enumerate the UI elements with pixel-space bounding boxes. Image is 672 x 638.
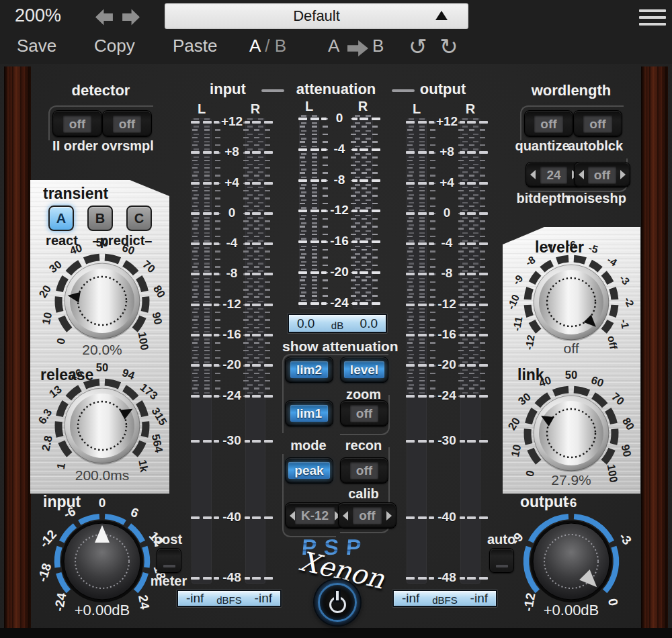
detector-ii-order-switch[interactable]: off [52, 110, 102, 137]
svg-text:10: 10 [40, 311, 54, 326]
undo-icon[interactable]: ↺ [409, 34, 427, 60]
next-preset-arrow-icon[interactable] [122, 8, 140, 26]
level-value: level [344, 361, 384, 378]
svg-text:70: 70 [610, 390, 627, 408]
previous-preset-arrow-icon[interactable] [95, 8, 114, 26]
lim2-button[interactable]: lim2 [285, 357, 333, 383]
svg-text:6.3: 6.3 [36, 406, 54, 426]
attenuation-meter-left-header: L [300, 99, 319, 114]
preset-dropdown-triangle-icon[interactable] [435, 11, 448, 20]
recon-value: off [350, 462, 378, 479]
svg-text:30: 30 [515, 390, 533, 408]
svg-text:-3: -3 [616, 530, 634, 548]
attenuation-left-value: 0.0 [297, 316, 314, 331]
redo-icon[interactable]: ↻ [439, 34, 458, 60]
detector-title: detector [60, 82, 141, 99]
lim2-value: lim2 [290, 361, 328, 378]
output-peak-readout: -inf dBFS -inf [392, 590, 497, 607]
ab-compare-b: B [275, 36, 286, 56]
noiseshp-stepper[interactable]: off [574, 162, 630, 187]
transient-mode-b-button[interactable]: B [87, 206, 113, 231]
transient-title: transient [43, 185, 108, 203]
bitdepth-decrement-icon[interactable] [530, 170, 536, 179]
bitdepth-value: 24 [540, 167, 566, 183]
bitdepth-label: bitdepth [513, 191, 573, 206]
ovrsmpl-label: ovrsmpl [99, 138, 156, 154]
svg-text:10: 10 [509, 443, 523, 458]
gui-zoom-level[interactable]: 200% [15, 5, 61, 26]
svg-text:80: 80 [620, 415, 637, 432]
ab-compare-button[interactable]: A / B [249, 36, 286, 56]
paste-button[interactable]: Paste [173, 36, 218, 56]
copy-a-to-b-b[interactable]: B [372, 36, 384, 56]
copy-button[interactable]: Copy [94, 36, 135, 56]
monitor-calibration-stepper[interactable]: K-12 [285, 502, 343, 529]
svg-text:-6: -6 [62, 504, 78, 521]
output-peak-right: -inf [470, 591, 488, 606]
wood-side-panel-right [641, 66, 668, 628]
svg-text:-9: -9 [511, 273, 526, 287]
quantize-value: off [534, 116, 562, 132]
quantize-switch[interactable]: off [524, 110, 573, 137]
mode-label: mode [284, 438, 333, 453]
quantize-label: quantize [512, 138, 573, 154]
detector-ovrsmpl-switch[interactable]: off [102, 110, 152, 137]
post-label: post [152, 532, 184, 547]
svg-text:564: 564 [150, 433, 166, 455]
output-gain-value: +0.00dB [524, 602, 618, 619]
svg-text:50: 50 [96, 361, 108, 373]
svg-text:94: 94 [120, 366, 136, 381]
menu-icon[interactable] [639, 9, 666, 26]
svg-text:-5: -5 [587, 242, 599, 255]
leveler-value: off [531, 340, 612, 357]
zoom-switch[interactable]: off [340, 400, 388, 426]
calib-stepper[interactable]: off [338, 502, 396, 529]
mode-switch[interactable]: peak [285, 457, 333, 484]
svg-text:-4: -4 [605, 254, 619, 269]
svg-text:90: 90 [151, 311, 165, 326]
calib-label: calib [339, 486, 388, 502]
svg-text:20: 20 [36, 283, 53, 300]
copy-a-to-b-arrow-icon[interactable] [347, 40, 368, 57]
output-peak-unit: dBFS [432, 594, 458, 606]
copy-a-to-b-a[interactable]: A [328, 36, 339, 56]
svg-text:315: 315 [150, 405, 169, 427]
noiseshp-label: noiseshp [566, 191, 628, 206]
recon-switch[interactable]: off [340, 457, 388, 484]
calib-increment-icon[interactable] [386, 511, 392, 520]
svg-text:0: 0 [99, 496, 106, 510]
bottom-edge [0, 628, 672, 638]
svg-text:60: 60 [589, 373, 605, 389]
transient-mode-c-button[interactable]: C [126, 206, 152, 231]
power-button[interactable] [314, 580, 360, 625]
noiseshp-decrement-icon[interactable] [579, 170, 584, 179]
noiseshp-value: off [588, 167, 616, 183]
level-button[interactable]: level [340, 357, 388, 383]
attenuation-meter-title: attenuation [279, 81, 393, 98]
attenuation-right-value: 0.0 [360, 316, 378, 331]
transient-mode-a-button[interactable]: A [48, 206, 74, 231]
noiseshp-increment-icon[interactable] [620, 170, 626, 179]
input-meter-title: input [184, 81, 271, 98]
svg-text:-10: -10 [505, 293, 521, 312]
save-button[interactable]: Save [17, 36, 56, 56]
svg-text:-9: -9 [508, 530, 526, 548]
svg-text:-3: -3 [618, 273, 632, 287]
lim1-button[interactable]: lim1 [285, 400, 333, 426]
calib-decrement-icon[interactable] [343, 511, 348, 520]
svg-text:90: 90 [620, 443, 634, 458]
preset-selector[interactable]: Default [165, 3, 468, 29]
post-meter-button[interactable] [157, 548, 181, 573]
svg-text:-12: -12 [36, 527, 59, 550]
attenuation-meter-right-header: R [353, 99, 372, 114]
monitor-decrement-icon[interactable] [290, 511, 295, 520]
svg-text:50: 50 [96, 236, 108, 248]
release-value: 200.0ms [62, 467, 142, 484]
autoblck-switch[interactable]: off [573, 110, 622, 137]
ii-order-label: II order [47, 138, 103, 154]
svg-text:-7: -7 [543, 242, 555, 255]
psp-xenon-plugin-window: 200% Default Save Copy Paste A / B A B ↺… [0, 0, 672, 638]
calib-value: off [353, 507, 381, 524]
input-meter-right-header: R [246, 101, 265, 117]
lim1-value: lim1 [290, 405, 328, 422]
